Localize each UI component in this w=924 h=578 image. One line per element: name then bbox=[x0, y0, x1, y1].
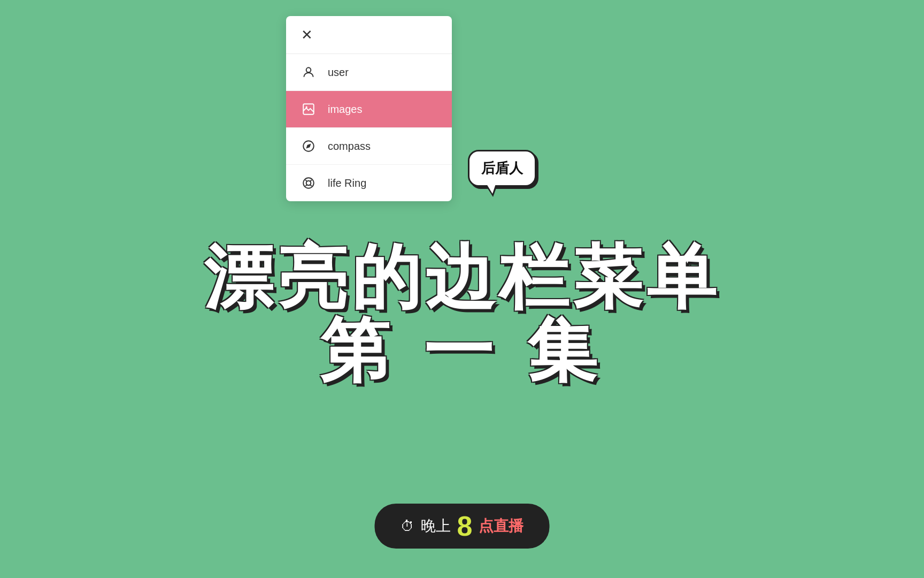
close-button[interactable]: ✕ bbox=[301, 28, 313, 42]
sidebar-item-user[interactable]: user bbox=[286, 54, 452, 91]
sidebar-item-compass-label: compass bbox=[328, 140, 371, 153]
sidebar-item-user-label: user bbox=[328, 66, 349, 79]
close-icon: ✕ bbox=[301, 28, 313, 42]
title-line2: 第 一 集 bbox=[0, 314, 924, 387]
main-title: 漂亮的边栏菜单 第 一 集 bbox=[0, 241, 924, 387]
title-line1: 漂亮的边栏菜单 bbox=[0, 241, 924, 314]
speech-bubble-text: 后盾人 bbox=[481, 160, 523, 176]
user-icon bbox=[301, 65, 316, 80]
speech-bubble: 后盾人 bbox=[468, 150, 536, 187]
compass-icon bbox=[301, 139, 316, 154]
sidebar-item-lifering-label: life Ring bbox=[328, 177, 366, 189]
sidebar-card: ✕ user images comp bbox=[286, 16, 452, 201]
svg-marker-4 bbox=[306, 143, 311, 148]
svg-point-5 bbox=[303, 178, 314, 188]
bottom-banner: ⏱ 晚上 8 点直播 bbox=[375, 504, 550, 549]
banner-number: 8 bbox=[457, 512, 473, 540]
svg-point-0 bbox=[306, 67, 311, 72]
banner-prefix: 晚上 bbox=[421, 516, 451, 536]
clock-icon: ⏱ bbox=[401, 518, 414, 535]
sidebar-item-lifering[interactable]: life Ring bbox=[286, 165, 452, 201]
svg-line-10 bbox=[305, 185, 307, 186]
svg-line-9 bbox=[310, 180, 312, 181]
life-ring-icon bbox=[301, 176, 316, 191]
sidebar-item-images[interactable]: images bbox=[286, 91, 452, 128]
svg-point-6 bbox=[306, 181, 311, 186]
sidebar-header: ✕ bbox=[286, 16, 452, 54]
svg-line-8 bbox=[310, 185, 312, 186]
sidebar-item-images-label: images bbox=[328, 103, 362, 116]
svg-line-7 bbox=[305, 180, 307, 181]
banner-suffix: 点直播 bbox=[479, 516, 523, 536]
images-icon bbox=[301, 102, 316, 117]
sidebar-item-compass[interactable]: compass bbox=[286, 128, 452, 165]
